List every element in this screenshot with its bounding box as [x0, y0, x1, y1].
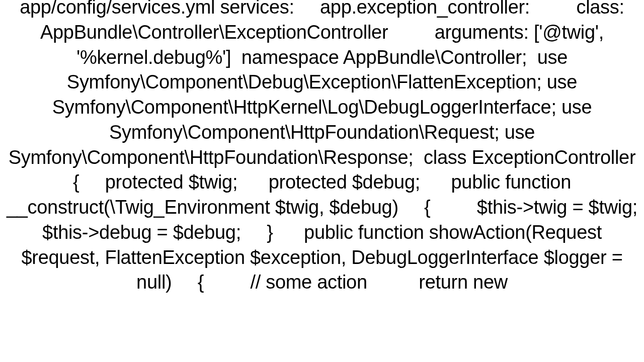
- code-block: app/config/services.yml services: app.ex…: [0, 0, 644, 295]
